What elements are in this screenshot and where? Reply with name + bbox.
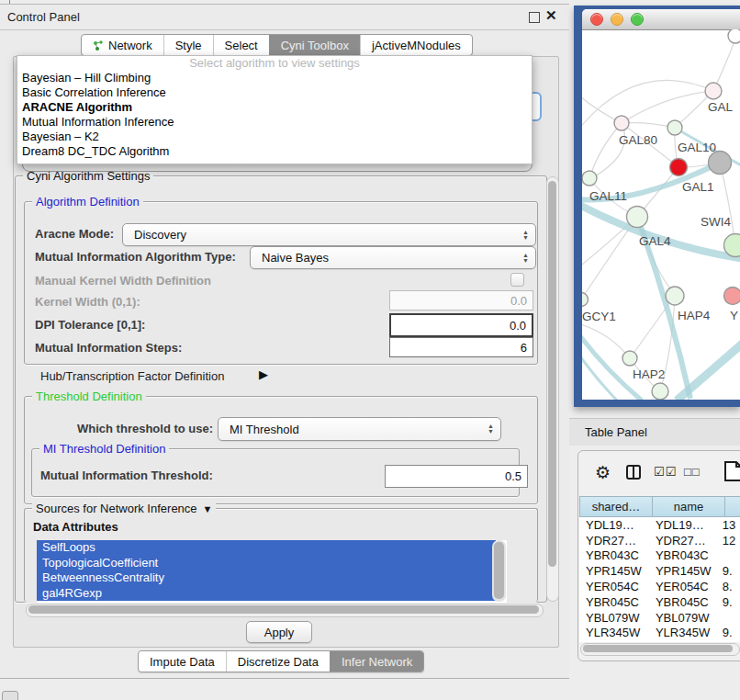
column-header-shared[interactable]: shared… <box>579 496 653 517</box>
table-row[interactable]: YBR043CYBR043C <box>579 548 740 564</box>
mi-steps-field[interactable]: 6 <box>389 337 533 357</box>
network-node-hap4[interactable] <box>666 287 684 305</box>
algorithm-select-prompt: Select algorithm to view settings <box>17 56 532 71</box>
tab-cyni-toolbox[interactable]: Cyni Toolbox <box>269 35 360 55</box>
tab-style[interactable]: Style <box>163 35 213 55</box>
table-cell: YBR043C <box>649 548 719 562</box>
network-node-gal[interactable] <box>705 83 722 99</box>
zoom-traffic-light-icon[interactable] <box>631 13 644 26</box>
table-panel-titlebar: Table Panel <box>569 418 740 446</box>
minimize-traffic-light-icon[interactable] <box>611 13 623 26</box>
gear-icon[interactable]: ⚙ <box>595 462 611 483</box>
app-root: Control Panel ✕ NetworkStyleSelectCyni T… <box>0 0 740 700</box>
kernel-width-field[interactable]: 0.0 <box>389 290 533 310</box>
settings-horizontal-scrollbar-thumb[interactable] <box>28 605 539 614</box>
network-window-titlebar[interactable] <box>582 9 740 30</box>
tab-select[interactable]: Select <box>213 35 269 55</box>
kernel-width-label: Kernel Width (0,1): <box>35 295 140 309</box>
network-node-gal10[interactable] <box>667 120 682 135</box>
network-edge[interactable] <box>589 123 622 178</box>
bottom-tab-discretize-data[interactable]: Discretize Data <box>226 651 330 672</box>
network-edge[interactable] <box>622 123 675 128</box>
threshold-definition-title: Threshold Definition <box>32 390 146 403</box>
data-attribute-item[interactable]: SelfLoops <box>37 540 496 556</box>
data-attribute-item[interactable]: gal4RGexp <box>37 586 496 602</box>
table-row[interactable]: YPR145WYPR145W9. <box>579 563 740 579</box>
network-node-label: Y <box>730 309 738 322</box>
network-node-label: GAL4 <box>639 234 671 248</box>
table-cell: 9. <box>719 564 740 578</box>
algorithm-menu-item[interactable]: Bayesian – K2 <box>17 130 532 144</box>
network-node[interactable] <box>728 29 740 43</box>
control-panel-title: Control Panel <box>7 10 80 24</box>
mi-algorithm-type-combo[interactable]: Naive Bayes ▲▼ <box>250 246 536 269</box>
network-node-gal80[interactable] <box>614 116 629 130</box>
network-node-gal4[interactable] <box>627 207 648 228</box>
table-row[interactable]: YDR27…YDR27…12 <box>579 533 740 548</box>
dpi-tolerance-label: DPI Tolerance [0,1]: <box>35 318 145 332</box>
aracne-mode-label: Aracne Mode: <box>35 227 114 241</box>
apply-button[interactable]: Apply <box>246 621 312 643</box>
expand-arrow-icon[interactable]: ▶ <box>259 367 268 381</box>
aracne-mode-combo[interactable]: Discovery ▲▼ <box>122 223 536 246</box>
network-node-gal11[interactable] <box>582 171 597 186</box>
algorithm-menu-item[interactable]: Bayesian – Hill Climbing <box>17 71 532 85</box>
network-canvas[interactable]: GALGAL80GAL10GAL1GAL11GAL4SWI4HAP4YGCY1H… <box>582 29 740 400</box>
column-layout-icon[interactable] <box>626 465 641 483</box>
control-panel-title-bar: Control Panel ✕ <box>0 5 569 30</box>
network-edge[interactable] <box>622 91 713 123</box>
table-row[interactable]: YER054CYER054C8. <box>579 579 740 594</box>
network-edge[interactable] <box>582 323 630 358</box>
hub-definition-label[interactable]: Hub/Transcription Factor Definition <box>40 369 224 383</box>
network-node-swi4[interactable] <box>724 234 740 257</box>
document-icon[interactable] <box>724 461 740 485</box>
network-node-gal1[interactable] <box>670 159 688 176</box>
network-node-gcy1[interactable] <box>582 293 589 307</box>
table-cell: YPR145W <box>649 564 719 578</box>
data-attribute-item[interactable]: TopologicalCoefficient <box>37 556 496 571</box>
settings-vertical-scrollbar-thumb[interactable] <box>548 181 556 567</box>
network-node-y[interactable] <box>724 288 740 305</box>
bottom-tabs: Impute DataDiscretize DataInfer Network <box>138 650 424 672</box>
close-traffic-light-icon[interactable] <box>590 13 603 26</box>
table-row[interactable]: YLR345WYLR345W9. <box>579 626 740 641</box>
select-all-icon[interactable]: ☑☑ <box>654 465 677 479</box>
dpi-tolerance-field[interactable]: 0.0 <box>389 313 533 337</box>
collapsed-panel-button[interactable] <box>2 691 18 700</box>
bottom-tab-infer-network[interactable]: Infer Network <box>330 651 423 672</box>
column-header-clipped[interactable] <box>724 496 740 517</box>
algorithm-menu-item[interactable]: Mutual Information Inference <box>17 115 532 130</box>
table-cell: YLR345W <box>649 626 719 639</box>
which-threshold-combo[interactable]: MI Threshold ▲▼ <box>218 417 501 441</box>
tab-jactivemnodules[interactable]: jActiveMNodules <box>360 35 472 55</box>
tab-network[interactable]: Network <box>82 35 163 55</box>
table-cell: YBR045C <box>649 595 719 609</box>
algorithm-menu-item[interactable]: ARACNE Algorithm <box>17 100 532 115</box>
table-row[interactable]: YIL052CYIL052C9 <box>579 640 740 642</box>
mi-threshold-field[interactable]: 0.5 <box>385 465 528 488</box>
algorithm-menu-item[interactable]: Basic Correlation Inference <box>17 85 532 100</box>
column-header-name[interactable]: name <box>652 496 725 517</box>
table-horizontal-scrollbar-thumb[interactable] <box>583 645 733 652</box>
table-row[interactable]: YBL079WYBL079W <box>579 610 740 626</box>
network-node[interactable] <box>709 152 732 175</box>
collapse-arrow-icon[interactable]: ▼ <box>203 503 213 514</box>
network-node-hap2[interactable] <box>622 351 637 366</box>
deselect-all-icon[interactable]: □□ <box>684 465 701 479</box>
attr-list-scrollbar-thumb[interactable] <box>494 542 504 599</box>
network-edge[interactable] <box>582 333 642 400</box>
network-node[interactable] <box>652 383 668 400</box>
close-icon[interactable]: ✕ <box>545 7 557 24</box>
table-row[interactable]: YBR045CYBR045C9. <box>579 594 740 610</box>
manual-kernel-width-checkbox[interactable] <box>510 273 524 287</box>
network-edge[interactable] <box>582 204 740 259</box>
algorithm-menu-item[interactable]: Dream8 DC_TDC Algorithm <box>17 144 532 159</box>
table-cell: YBR045C <box>579 595 649 609</box>
control-panel: Control Panel ✕ NetworkStyleSelectCyni T… <box>0 4 569 679</box>
table-row[interactable]: YDL19…YDL19…13 <box>579 517 740 533</box>
bottom-tab-impute-data[interactable]: Impute Data <box>139 651 226 672</box>
data-attribute-item[interactable]: BetweennessCentrality <box>37 570 496 586</box>
network-edge[interactable] <box>720 163 735 245</box>
data-attributes-list: SelfLoopsTopologicalCoefficientBetweenne… <box>37 540 507 603</box>
float-window-icon[interactable] <box>529 12 540 23</box>
